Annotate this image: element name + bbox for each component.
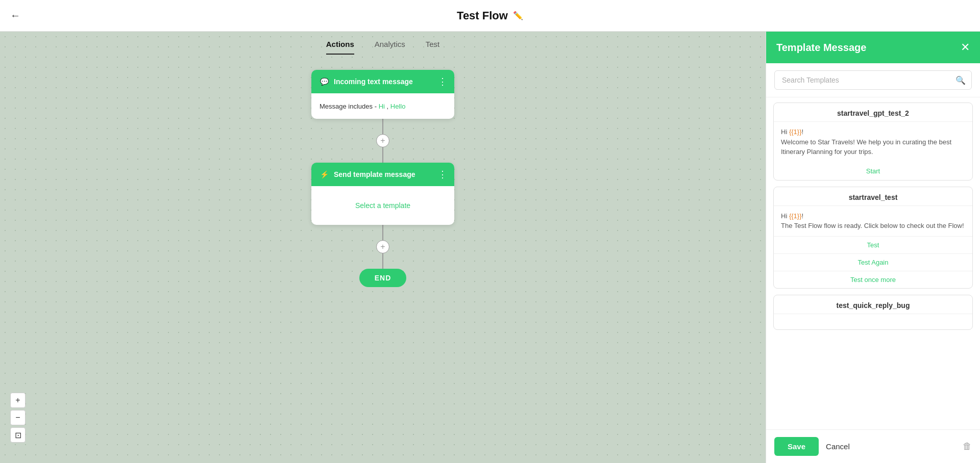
incoming-node-body: Message includes - Hi , Hello [311,93,454,119]
incoming-node-body-text: Message includes - Hi , Hello [320,102,405,110]
back-button[interactable]: ← [10,10,20,21]
highlight-hi: Hi [379,102,385,110]
send-node-title: Send template message [334,170,415,178]
zoom-controls: + − ⊡ [10,393,26,443]
send-node-body: Select a template [311,186,454,225]
connector-line-2 [382,225,383,240]
connector-line-2b [382,253,383,269]
zoom-out-button[interactable]: − [10,410,26,425]
template-card-2: test_quick_reply_bug [773,295,973,330]
template-action-test-again[interactable]: Test Again [774,254,972,271]
incoming-node-header-left: 💬 Incoming text message [318,76,413,87]
template-card-name-1: startravel_test [774,187,972,206]
template-list: startravel_gpt_test_2 Hi {{1}}!Welcome t… [766,97,980,429]
topbar: ← Test Flow ✏️ [0,0,980,32]
incoming-node-header: 💬 Incoming text message ⋮ [311,70,454,93]
select-template-button[interactable]: Select a template [320,194,446,217]
canvas-area: Actions Analytics Test 💬 Incoming text m… [0,32,766,463]
main-content: Actions Analytics Test 💬 Incoming text m… [0,32,980,463]
tabs: Actions Analytics Test [0,32,766,55]
incoming-message-node[interactable]: 💬 Incoming text message ⋮ Message includ… [311,70,454,119]
flow-canvas: 💬 Incoming text message ⋮ Message includ… [0,55,766,463]
page-title: Test Flow ✏️ [457,9,523,22]
save-button[interactable]: Save [774,437,819,456]
connector-2: + [376,225,389,269]
zoom-fit-button[interactable]: ⊡ [10,427,26,443]
add-node-button-2[interactable]: + [376,240,389,253]
template-placeholder-1: {{1}} [789,212,802,220]
footer-left: Save Cancel [774,437,850,456]
add-node-button-1[interactable]: + [376,134,389,147]
tab-analytics[interactable]: Analytics [375,40,405,55]
panel-footer: Save Cancel 🗑 [766,429,980,463]
template-card-1: startravel_test Hi {{1}}!The Test Flow f… [773,187,973,289]
highlight-hello: Hello [390,102,406,110]
template-placeholder-0: {{1}} [789,128,802,136]
search-wrapper: 🔍 [774,70,972,90]
template-action-start[interactable]: Start [774,162,972,180]
send-node-header-left: ⚡ Send template message [318,169,415,180]
edit-title-icon[interactable]: ✏️ [513,11,523,20]
search-icon[interactable]: 🔍 [955,75,966,85]
connector-1: + [376,119,389,163]
end-node: END [359,269,407,287]
flow-title-text: Test Flow [457,9,508,22]
panel-title: Template Message [776,42,866,54]
template-card-actions-1: Test Test Again Test once more [774,236,972,288]
template-action-test-once-more[interactable]: Test once more [774,271,972,288]
search-input[interactable] [774,70,972,90]
connector-line-1b [382,147,383,163]
connector-line-1 [382,119,383,134]
template-card-name-0: startravel_gpt_test_2 [774,103,972,122]
template-card-name-2: test_quick_reply_bug [774,295,972,314]
send-node-header: ⚡ Send template message ⋮ [311,163,454,186]
template-action-test[interactable]: Test [774,237,972,254]
panel-close-button[interactable]: ✕ [961,41,970,54]
cancel-button[interactable]: Cancel [826,442,850,451]
delete-button[interactable]: 🗑 [963,441,972,452]
right-panel: Template Message ✕ 🔍 startravel_gpt_test… [766,32,980,463]
template-card-body-0: Hi {{1}}!Welcome to Star Travels! We hel… [774,122,972,162]
send-node-menu[interactable]: ⋮ [438,169,447,180]
send-node-icon: ⚡ [318,169,330,180]
incoming-node-title: Incoming text message [334,78,413,86]
template-card-body-1: Hi {{1}}!The Test Flow flow is ready. Cl… [774,206,972,236]
tab-actions[interactable]: Actions [326,40,354,55]
zoom-in-button[interactable]: + [10,393,26,408]
panel-header: Template Message ✕ [766,32,980,63]
template-card-body-2 [774,314,972,329]
template-card-0: startravel_gpt_test_2 Hi {{1}}!Welcome t… [773,102,973,181]
send-template-node[interactable]: ⚡ Send template message ⋮ Select a templ… [311,163,454,225]
incoming-node-icon: 💬 [318,76,330,87]
tab-test[interactable]: Test [426,40,440,55]
incoming-node-menu[interactable]: ⋮ [438,76,447,87]
panel-search: 🔍 [766,63,980,97]
